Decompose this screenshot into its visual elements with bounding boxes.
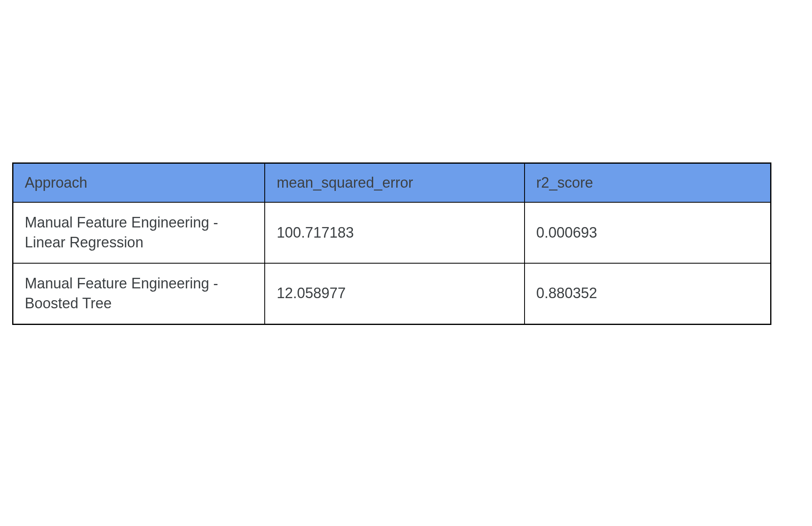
cell-approach: Manual Feature Engineering - Boosted Tre… — [13, 263, 265, 324]
header-approach: Approach — [13, 163, 265, 203]
header-mse: mean_squared_error — [265, 163, 524, 203]
table-header-row: Approach mean_squared_error r2_score — [13, 163, 771, 203]
cell-approach: Manual Feature Engineering - Linear Regr… — [13, 202, 265, 263]
cell-mse: 100.717183 — [265, 202, 524, 263]
results-table-container: Approach mean_squared_error r2_score Man… — [12, 162, 771, 325]
table-row: Manual Feature Engineering - Linear Regr… — [13, 202, 771, 263]
results-table: Approach mean_squared_error r2_score Man… — [12, 162, 771, 325]
cell-mse: 12.058977 — [265, 263, 524, 324]
cell-r2: 0.000693 — [525, 202, 771, 263]
cell-r2: 0.880352 — [525, 263, 771, 324]
header-r2: r2_score — [525, 163, 771, 203]
table-row: Manual Feature Engineering - Boosted Tre… — [13, 263, 771, 324]
